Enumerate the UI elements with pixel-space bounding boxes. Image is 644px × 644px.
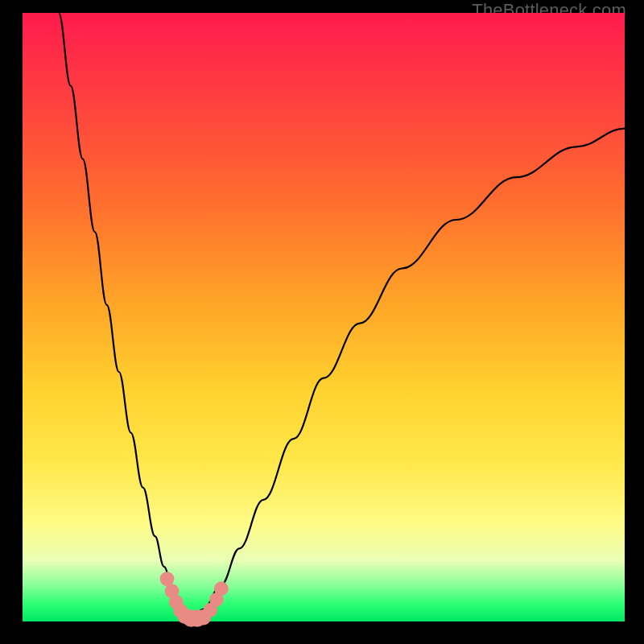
marker-cluster <box>160 572 229 627</box>
plot-area <box>23 13 625 621</box>
data-marker <box>214 581 229 596</box>
chart-svg <box>23 13 625 621</box>
curve-left-branch <box>59 13 192 618</box>
curve-right-branch <box>191 129 625 619</box>
chart-frame: TheBottleneck.com <box>0 0 644 644</box>
